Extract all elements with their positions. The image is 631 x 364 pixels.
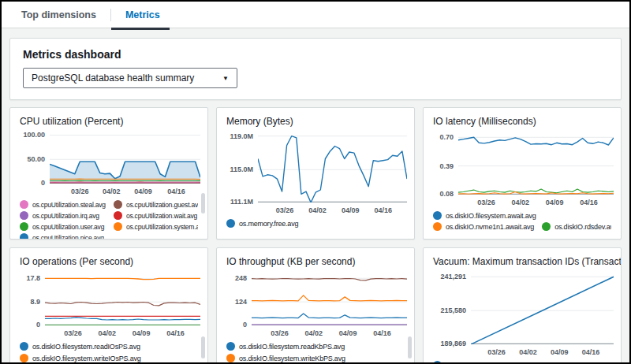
legend-swatch-icon (20, 354, 28, 362)
x-tick-label: 04/09 (551, 348, 569, 356)
y-tick-label: 50.00 (27, 155, 45, 163)
legend-swatch-icon (114, 222, 122, 231)
x-tick-label: 04/16 (166, 329, 185, 337)
y-axis-labels: 100.0050.000 (20, 133, 50, 184)
legend-scrollbar[interactable] (201, 336, 205, 358)
legend-label: os.memory.free.avg (239, 220, 298, 228)
legend-label: os.diskIO.rdsdev.await.avg (554, 223, 611, 231)
x-tick-label: 04/09 (339, 329, 357, 337)
legend-item[interactable]: os.cpuUtilization.system.avg (114, 222, 198, 231)
legend-label: os.cpuUtilization.irq.avg (32, 212, 99, 220)
x-tick-label: 04/02 (519, 348, 537, 356)
y-tick-label: 100.00 (23, 131, 45, 139)
chart-title: IO operations (Per second) (20, 256, 198, 267)
legend-item[interactable]: os.memory.free.avg (226, 219, 405, 228)
chart-title: Memory (Bytes) (226, 116, 405, 127)
x-tick-label: 03/26 (276, 206, 294, 214)
chevron-down-icon: ▼ (222, 75, 229, 82)
plot-area: 2481240 (226, 273, 405, 325)
chart-plot[interactable] (258, 133, 407, 202)
legend-item[interactable]: os.cpuUtilization.user.avg (20, 222, 106, 231)
legend-swatch-icon (226, 342, 235, 351)
x-axis-labels: 03/2604/0204/0904/16 (45, 328, 198, 339)
x-tick-label: 03/26 (71, 188, 89, 195)
x-tick-label: 03/26 (487, 348, 506, 356)
legend-swatch-icon (114, 211, 122, 220)
x-tick-label: 04/09 (546, 199, 564, 206)
legend-item[interactable]: os.diskIO.filesystem.readIOsPS.avg (20, 342, 198, 351)
legend-item[interactable]: os.cpuUtilization.wait.avg (114, 211, 198, 220)
legend-item[interactable]: os.diskIO.filesystem.writeIOsPS.avg (20, 354, 198, 362)
chart-plot[interactable] (471, 273, 614, 344)
x-axis-labels: 03/2604/0204/0904/16 (458, 197, 611, 208)
legend-item[interactable]: os.diskIO.filesystem.writeKbPS.avg (226, 354, 405, 362)
legend-swatch-icon (20, 342, 28, 351)
chart-plot[interactable] (50, 133, 200, 184)
legend-item[interactable]: os.cpuUtilization.steal.avg (20, 200, 106, 209)
chart-card-cpu-utilization: CPU utilization (Percent)100.0050.00003/… (9, 107, 208, 240)
legend-swatch-icon (433, 211, 442, 220)
x-tick-label: 04/09 (134, 188, 152, 195)
x-tick-label: 04/16 (582, 348, 600, 356)
app-window: Top dimensions Metrics Metrics dashboard… (0, 0, 631, 364)
page-title: Metrics dashboard (23, 48, 608, 61)
chart-card-io-latency: IO latency (Milliseconds)0.700.390.0803/… (423, 107, 622, 240)
y-tick-label: 0.70 (439, 133, 454, 141)
chart-plot[interactable] (458, 133, 614, 195)
legend-label: os.diskIO.filesystem.readKbPS.avg (239, 343, 345, 351)
legend-item[interactable]: os.cpuUtilization.guest.avg (114, 200, 198, 209)
legend-swatch-icon (20, 200, 28, 209)
legend-swatch-icon (433, 361, 442, 364)
legend-swatch-icon (226, 219, 235, 228)
legend-item[interactable]: os.cpuUtilization.nice.avg (20, 233, 106, 240)
legend-label: db.Transactions.max_used_xact_ids.avg (446, 362, 568, 364)
legend-swatch-icon (114, 200, 122, 209)
x-tick-label: 03/26 (64, 329, 82, 337)
legend-label: os.cpuUtilization.steal.avg (32, 201, 106, 209)
x-axis-labels: 03/2604/0204/0904/16 (252, 328, 405, 339)
x-tick-label: 04/02 (305, 329, 323, 337)
y-tick-label: 0.39 (439, 162, 454, 170)
dashboard-select[interactable]: PostgreSQL database health summary ▼ (23, 68, 237, 88)
y-tick-label: 241,291 (440, 273, 466, 280)
chart-title: CPU utilization (Percent) (20, 116, 198, 127)
x-axis-labels: 03/2604/0204/0904/16 (471, 347, 611, 358)
y-tick-label: 119.0M (230, 132, 253, 140)
legend-swatch-icon (226, 354, 235, 362)
legend-label: os.cpuUtilization.guest.avg (126, 201, 198, 209)
y-axis-labels: 119.0M115.0M111.1M (226, 133, 258, 202)
legend-label: os.cpuUtilization.system.avg (126, 223, 198, 231)
legend-item[interactable]: os.diskIO.filesystem.readKbPS.avg (226, 342, 405, 351)
y-axis-labels: 0.700.390.08 (433, 133, 458, 195)
legend-item[interactable]: db.Transactions.max_used_xact_ids.avg (433, 361, 611, 364)
chart-legend: os.memory.free.avg (226, 219, 405, 231)
y-tick-label: 248 (235, 274, 247, 282)
metrics-dashboard-panel: Metrics dashboard PostgreSQL database he… (9, 38, 622, 100)
tab-bar: Top dimensions Metrics (2, 2, 629, 28)
legend-label: os.cpuUtilization.user.avg (32, 223, 104, 231)
y-axis-labels: 17.88.90 (20, 273, 45, 325)
chart-plot[interactable] (252, 273, 407, 325)
legend-item[interactable]: os.cpuUtilization.irq.avg (20, 211, 106, 220)
legend-item[interactable]: os.diskIO.filesystem.await.avg (433, 211, 611, 220)
x-tick-label: 04/02 (512, 199, 530, 206)
chart-title: Vacuum: Maximum transaction IDs (Transac… (433, 256, 611, 267)
legend-item[interactable]: os.diskIO.rdsdev.await.avg (542, 222, 611, 231)
tab-metrics[interactable]: Metrics (111, 2, 174, 28)
y-tick-label: 0 (243, 321, 247, 329)
legend-scrollbar[interactable] (408, 336, 412, 358)
legend-item[interactable]: os.diskIO.nvme1n1.await.avg (433, 222, 534, 231)
plot-area: 241,291215,580189,869 (433, 273, 611, 344)
legend-scrollbar[interactable] (201, 193, 205, 214)
x-tick-label: 04/02 (103, 188, 121, 195)
chart-legend: db.Transactions.max_used_xact_ids.avg (433, 361, 611, 364)
chart-legend: os.diskIO.filesystem.await.avgos.diskIO.… (433, 211, 611, 231)
chart-title: IO throughput (KB per second) (226, 256, 405, 267)
y-tick-label: 8.9 (30, 298, 40, 306)
legend-label: os.cpuUtilization.nice.avg (32, 234, 104, 240)
tab-top-dimensions[interactable]: Top dimensions (21, 2, 110, 28)
chart-card-io-operations: IO operations (Per second)17.88.9003/260… (9, 247, 208, 364)
chart-plot[interactable] (45, 273, 200, 325)
x-tick-label: 04/02 (308, 206, 327, 214)
y-axis-labels: 2481240 (226, 273, 252, 325)
